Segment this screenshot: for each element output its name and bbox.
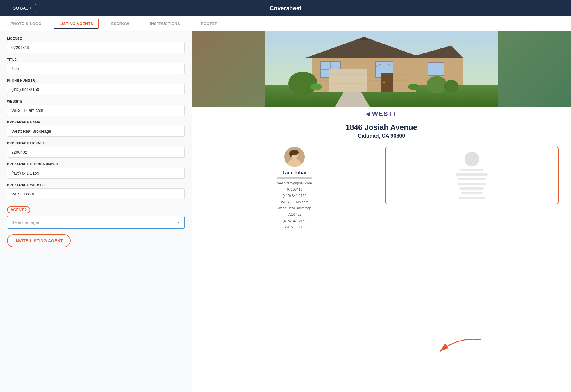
placeholder-line-3 xyxy=(458,178,486,180)
phone-field-group: PHONE NUMBER xyxy=(7,79,185,95)
agent1-name: Tam Tobar xyxy=(282,170,307,176)
agent1-brokerage: Westt Real Brokerage xyxy=(278,206,312,210)
svg-point-22 xyxy=(383,82,385,83)
agent1-details: westt.tam@gmail.com 07206419 (415) 841-2… xyxy=(277,180,312,231)
address-line2: Cidudad, CA 96800 xyxy=(198,133,565,139)
agent1-avatar xyxy=(284,147,305,167)
brand-name: WESTT xyxy=(372,110,397,118)
website-label: WEBSITE xyxy=(7,100,185,103)
license-field-group: LICENSE xyxy=(7,37,185,53)
svg-point-27 xyxy=(310,83,322,90)
tab-listing-agents[interactable]: LISTING AGENTS xyxy=(54,19,99,29)
select-agent-wrapper: Select an agent ▼ xyxy=(7,216,185,229)
title-input[interactable] xyxy=(7,63,185,74)
placeholder-line-1 xyxy=(460,169,483,171)
brokerage-name-field-group: BROKERAGE NAME xyxy=(7,121,185,137)
header: ‹ GO BACK Coversheet xyxy=(0,0,571,16)
svg-point-28 xyxy=(408,84,419,90)
placeholder-line-5 xyxy=(459,187,484,190)
page-title: Coversheet xyxy=(270,5,301,12)
tab-footer[interactable]: FOOTER xyxy=(190,17,228,30)
brand-icon: ◀ xyxy=(366,111,370,117)
property-preview: ◀ WESTT 1846 Josiah Avenue Cidudad, CA 9… xyxy=(192,31,571,236)
brokerage-phone-input[interactable] xyxy=(7,168,185,179)
phone-label: PHONE NUMBER xyxy=(7,79,185,82)
brokerage-license-label: BROKERAGE LICENSE xyxy=(7,141,185,145)
go-back-label: GO BACK xyxy=(13,6,31,10)
website-field-group: WEBSITE xyxy=(7,100,185,116)
brokerage-name-input[interactable] xyxy=(7,126,185,137)
placeholder-line-7 xyxy=(459,197,485,199)
right-panel: ◀ WESTT 1846 Josiah Avenue Cidudad, CA 9… xyxy=(192,31,571,392)
property-image xyxy=(192,31,571,107)
title-label: TITLE xyxy=(7,58,185,61)
agent2-badge: AGENT 2 xyxy=(7,206,30,213)
license-label: LICENSE xyxy=(7,37,185,40)
title-field-group: TITLE xyxy=(7,58,185,74)
brokerage-license-input[interactable] xyxy=(7,147,185,158)
property-address: 1846 Josiah Avenue Cidudad, CA 96800 xyxy=(192,120,571,141)
agent1-brokerage-website: WESTT.com xyxy=(285,225,304,229)
tab-instructions[interactable]: INSTRUCTIONS xyxy=(140,17,191,30)
left-panel: LICENSE TITLE PHONE NUMBER WEBSITE BROKE… xyxy=(0,31,192,392)
brokerage-license-field-group: BROKERAGE LICENSE xyxy=(7,141,185,158)
agent1-brokerage-phone: (415) 841-2159 xyxy=(283,219,306,223)
chevron-left-icon: ‹ xyxy=(10,6,11,10)
brokerage-website-input[interactable] xyxy=(7,188,185,199)
svg-point-33 xyxy=(289,151,292,157)
website-input[interactable] xyxy=(7,105,185,116)
brokerage-phone-field-group: BROKERAGE PHONE NUMBER xyxy=(7,162,185,179)
main-content: LICENSE TITLE PHONE NUMBER WEBSITE BROKE… xyxy=(0,31,571,392)
address-line1: 1846 Josiah Avenue xyxy=(198,123,565,132)
agent2-section: AGENT 2 Select an agent ▼ xyxy=(7,206,185,229)
license-input[interactable] xyxy=(7,42,185,53)
brokerage-name-label: BROKERAGE NAME xyxy=(7,121,185,124)
agent1-phone: (415) 841-2159 xyxy=(283,194,306,198)
tabs-bar: PHOTO & LOGO LISTING AGENTS ESCROW INSTR… xyxy=(0,16,571,31)
agent1-website: WESTT-Tam.com xyxy=(281,200,308,204)
svg-point-24 xyxy=(288,72,317,95)
agent2-avatar-placeholder xyxy=(465,152,479,166)
tab-escrow[interactable]: ESCROW xyxy=(101,17,140,30)
agent1-brokerage-license: 7206402 xyxy=(288,213,301,217)
annotation-arrow xyxy=(434,334,487,357)
brand-logo: ◀ WESTT xyxy=(192,107,571,120)
svg-point-26 xyxy=(444,80,458,93)
agent2-placeholder-card xyxy=(385,147,558,204)
placeholder-line-4 xyxy=(457,183,486,185)
agent1-email-bar xyxy=(277,177,312,179)
brokerage-phone-label: BROKERAGE PHONE NUMBER xyxy=(7,162,185,166)
select-agent-dropdown[interactable]: Select an agent xyxy=(7,216,185,229)
agent1-card: Tam Tobar westt.tam@gmail.com 07206419 (… xyxy=(204,147,385,231)
agents-row: Tam Tobar westt.tam@gmail.com 07206419 (… xyxy=(192,141,571,236)
agent1-license: 07206419 xyxy=(287,188,302,192)
svg-rect-17 xyxy=(329,69,367,92)
agent1-email: westt.tam@gmail.com xyxy=(277,181,312,185)
brokerage-website-field-group: BROKERAGE WEBSITE xyxy=(7,183,185,199)
brokerage-website-label: BROKERAGE WEBSITE xyxy=(7,183,185,187)
go-back-button[interactable]: ‹ GO BACK xyxy=(5,4,36,12)
invite-listing-agent-button[interactable]: INVITE LISTING AGENT xyxy=(7,234,71,247)
svg-point-25 xyxy=(427,76,447,93)
tab-photo-logo[interactable]: PHOTO & LOGO xyxy=(0,17,52,30)
placeholder-line-2 xyxy=(456,173,488,176)
placeholder-line-6 xyxy=(461,192,483,194)
phone-input[interactable] xyxy=(7,84,185,95)
